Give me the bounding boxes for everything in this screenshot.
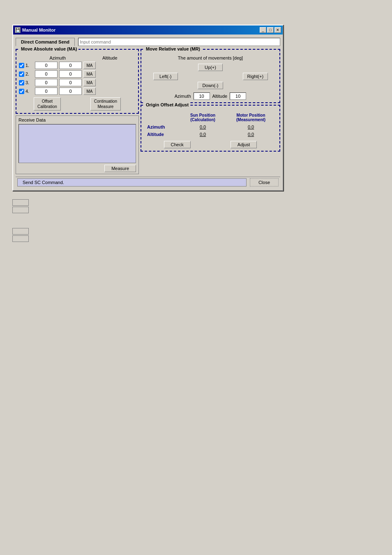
ma-row-4: 4. MA bbox=[19, 88, 136, 95]
azimuth-input-2[interactable] bbox=[35, 70, 58, 78]
azimuth-input-3[interactable] bbox=[35, 79, 58, 86]
motor-azimuth-value: 0.0 bbox=[248, 124, 254, 129]
window-title: Manual Monitor bbox=[22, 28, 55, 32]
altitude-label-mr: Altitude bbox=[212, 94, 228, 99]
altitude-header: Altitude bbox=[102, 55, 118, 60]
left-panel: Move Absolute value (MA) Azimuth Altitud… bbox=[16, 49, 139, 174]
azimuth-header: Azimuth bbox=[49, 55, 66, 60]
up-button[interactable]: Up(+) bbox=[198, 64, 223, 71]
tab-direct-command-send[interactable]: Direct Command Send bbox=[16, 38, 75, 46]
ma-button-4[interactable]: MA bbox=[83, 88, 96, 95]
window-close-button[interactable]: ✕ bbox=[274, 27, 281, 33]
continuation-measure-button[interactable]: ContinuationMeasure bbox=[90, 97, 121, 111]
extra-box-2b bbox=[12, 235, 29, 242]
move-relative-label: Move Relative value (MR) bbox=[145, 46, 201, 51]
send-sc-button[interactable]: Send SC Command. bbox=[17, 178, 247, 187]
azimuth-row-label: Azimuth bbox=[145, 124, 180, 130]
checkbox-2[interactable] bbox=[19, 71, 24, 77]
offset-calibration-button[interactable]: OffsetCalibration bbox=[34, 97, 61, 111]
table-row-altitude: Altitude 0.0 0.0 bbox=[145, 131, 276, 138]
move-absolute-group: Move Absolute value (MA) Azimuth Altitud… bbox=[16, 49, 139, 114]
altitude-input-4[interactable] bbox=[59, 88, 82, 95]
close-button[interactable]: Close bbox=[250, 178, 279, 187]
checkbox-4[interactable] bbox=[19, 89, 24, 94]
extra-box-1b bbox=[12, 207, 29, 213]
origin-offset-label: Origin Offset Adjust bbox=[145, 102, 190, 107]
measure-button[interactable]: Measure bbox=[104, 165, 136, 172]
adjust-button[interactable]: Adjust bbox=[231, 141, 257, 148]
sun-position-label: Sun Position bbox=[190, 113, 215, 117]
ma-button-3[interactable]: MA bbox=[83, 79, 96, 86]
bottom-bar: Send SC Command. Close bbox=[16, 177, 280, 188]
altitude-value-mr[interactable] bbox=[230, 92, 246, 100]
origin-table: Sun Position (Calculation) Motor Positio… bbox=[144, 111, 277, 138]
extra-box-1a bbox=[12, 199, 29, 206]
movement-description: The amount of movements [deg] bbox=[144, 55, 277, 60]
extra-box-2a bbox=[12, 228, 29, 235]
origin-offset-group: Origin Offset Adjust Sun Position (Calcu… bbox=[141, 105, 280, 152]
manual-monitor-window: 💾 Manual Monitor _ □ ✕ Direct Command Se… bbox=[12, 25, 284, 191]
checkbox-label-4: 4. bbox=[19, 89, 33, 94]
motor-altitude-value: 0.0 bbox=[248, 132, 254, 137]
checkbox-1[interactable] bbox=[19, 63, 24, 68]
altitude-input-3[interactable] bbox=[59, 79, 82, 86]
left-button[interactable]: Left(-) bbox=[153, 73, 178, 80]
move-absolute-label: Move Absolute value (MA) bbox=[20, 46, 78, 51]
motor-position-sub: (Measurement) bbox=[236, 117, 265, 122]
window-icon: 💾 bbox=[15, 27, 21, 33]
offset-row: OffsetCalibration ContinuationMeasure bbox=[19, 97, 136, 111]
checkbox-label-1: 1. bbox=[19, 63, 33, 68]
azimuth-input-1[interactable] bbox=[35, 62, 58, 69]
right-panel: Move Relative value (MR) The amount of m… bbox=[141, 49, 280, 174]
ma-button-1[interactable]: MA bbox=[83, 62, 96, 69]
measure-row: Measure bbox=[18, 165, 136, 172]
receive-data-area bbox=[18, 124, 136, 163]
ma-row-2: 2. MA bbox=[19, 70, 136, 78]
tab-row: Direct Command Send bbox=[16, 36, 280, 47]
ma-row-1: 1. MA bbox=[19, 62, 136, 69]
sun-altitude-value: 0.0 bbox=[200, 132, 206, 137]
ma-header: Azimuth Altitude bbox=[19, 55, 136, 60]
main-content: Move Absolute value (MA) Azimuth Altitud… bbox=[16, 49, 280, 174]
altitude-row-label: Altitude bbox=[145, 131, 180, 138]
input-command-field[interactable] bbox=[78, 38, 280, 46]
down-button[interactable]: Down(-) bbox=[198, 82, 223, 89]
extra-boxes bbox=[12, 199, 380, 242]
altitude-input-1[interactable] bbox=[59, 62, 82, 69]
altitude-input-2[interactable] bbox=[59, 70, 82, 78]
motor-position-label: Motor Position bbox=[237, 113, 265, 117]
azimuth-altitude-row: Azimuth Altitude bbox=[144, 92, 277, 100]
azimuth-label-mr: Azimuth bbox=[175, 94, 191, 99]
receive-data-box: Receive Data Measure bbox=[16, 115, 139, 174]
sun-position-sub: (Calculation) bbox=[190, 117, 215, 122]
move-relative-group: Move Relative value (MR) The amount of m… bbox=[141, 49, 280, 103]
checkbox-label-3: 3. bbox=[19, 80, 33, 85]
title-bar: 💾 Manual Monitor _ □ ✕ bbox=[13, 25, 283, 35]
origin-button-row: Check Adjust bbox=[144, 141, 277, 148]
table-row-azimuth: Azimuth 0.0 0.0 bbox=[145, 124, 276, 130]
azimuth-value-mr[interactable] bbox=[194, 92, 210, 100]
azimuth-input-4[interactable] bbox=[35, 88, 58, 95]
extra-box-pair-1 bbox=[12, 199, 380, 213]
extra-box-pair-2 bbox=[12, 228, 380, 242]
direction-grid: Up(+) Left(-) Right(+) Down(-) bbox=[144, 64, 277, 89]
receive-data-label: Receive Data bbox=[18, 117, 136, 122]
minimize-button[interactable]: _ bbox=[260, 27, 266, 33]
right-button[interactable]: Right(+) bbox=[243, 73, 268, 80]
sun-azimuth-value: 0.0 bbox=[200, 124, 206, 129]
ma-button-2[interactable]: MA bbox=[83, 70, 96, 78]
check-button[interactable]: Check bbox=[164, 141, 191, 148]
checkbox-3[interactable] bbox=[19, 80, 24, 85]
ma-row-3: 3. MA bbox=[19, 79, 136, 86]
maximize-button[interactable]: □ bbox=[267, 27, 274, 33]
window-body: Direct Command Send Move Absolute value … bbox=[13, 35, 283, 190]
checkbox-label-2: 2. bbox=[19, 71, 33, 77]
